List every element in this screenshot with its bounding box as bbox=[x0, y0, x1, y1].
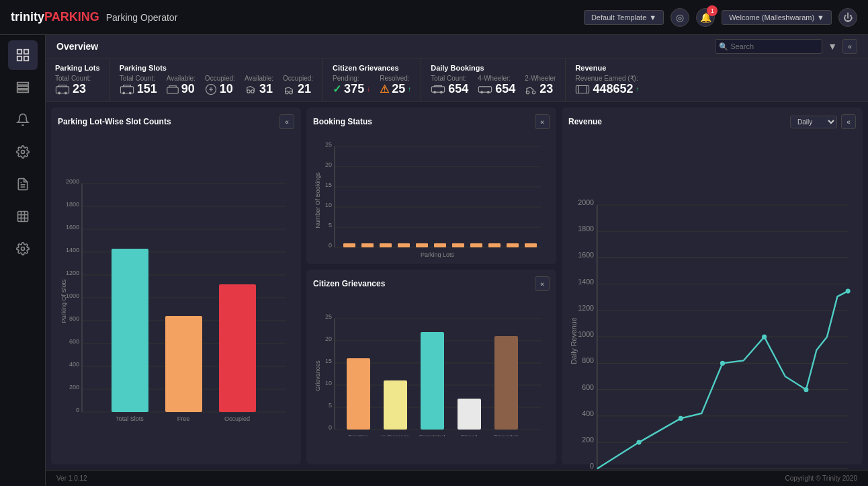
stat-revenue: Revenue Revenue Earned (₹): 448652 ↑ bbox=[566, 58, 648, 102]
svg-rect-1 bbox=[24, 50, 28, 54]
chart-revenue: Revenue Daily Weekly Monthly « 0 bbox=[562, 108, 863, 464]
svg-rect-90 bbox=[416, 243, 428, 247]
svg-rect-66 bbox=[165, 316, 202, 412]
search-wrapper: 🔍 bbox=[715, 39, 822, 54]
svg-text:Total Slots: Total Slots bbox=[116, 415, 144, 422]
svg-rect-3 bbox=[24, 56, 28, 60]
header: trinityPARKING Parking Operator Default … bbox=[0, 0, 868, 35]
chart-booking-status-collapse[interactable]: « bbox=[535, 114, 550, 129]
chevron-down-icon: ▼ bbox=[649, 13, 656, 22]
svg-rect-19 bbox=[120, 86, 133, 93]
svg-point-151 bbox=[846, 289, 851, 294]
svg-text:400: 400 bbox=[69, 361, 79, 368]
sidebar-item-bell[interactable] bbox=[8, 105, 38, 134]
svg-text:1800: 1800 bbox=[578, 225, 594, 233]
status-bar: Ver 1.0.12 Copyright © Trinity 2020 bbox=[46, 470, 868, 486]
svg-text:1200: 1200 bbox=[66, 270, 79, 276]
svg-rect-0 bbox=[17, 50, 21, 54]
chevron-down-icon-2: ▼ bbox=[817, 13, 824, 22]
power-button[interactable]: ⏻ bbox=[838, 8, 857, 27]
sidebar-item-settings[interactable] bbox=[8, 137, 38, 167]
svg-text:20: 20 bbox=[325, 161, 332, 168]
logo-trinity: trinity bbox=[11, 10, 44, 24]
chart-revenue-collapse[interactable]: « bbox=[841, 114, 856, 129]
svg-rect-33 bbox=[479, 86, 492, 91]
sidebar-item-grid[interactable] bbox=[8, 202, 38, 231]
svg-rect-22 bbox=[167, 87, 178, 93]
svg-text:2000: 2000 bbox=[578, 198, 594, 206]
svg-text:20: 20 bbox=[325, 335, 332, 342]
chart-citizen-grievances-body: 0 5 10 15 20 25 bbox=[313, 295, 550, 458]
svg-text:0: 0 bbox=[329, 424, 332, 431]
svg-text:1600: 1600 bbox=[578, 251, 594, 259]
svg-point-37 bbox=[533, 91, 536, 94]
svg-point-150 bbox=[804, 387, 808, 392]
svg-point-146 bbox=[636, 440, 641, 445]
svg-point-147 bbox=[679, 416, 683, 421]
overview-title: Overview bbox=[56, 41, 98, 52]
search-input[interactable] bbox=[715, 39, 822, 54]
svg-rect-116 bbox=[494, 336, 518, 430]
chart-revenue-header: Revenue Daily Weekly Monthly « bbox=[568, 114, 856, 129]
collapse-button[interactable]: « bbox=[842, 39, 857, 54]
svg-text:Completed: Completed bbox=[419, 434, 445, 436]
svg-text:In Progress: In Progress bbox=[382, 434, 409, 436]
svg-rect-65 bbox=[112, 249, 148, 412]
svg-text:800: 800 bbox=[69, 315, 79, 322]
welcome-button[interactable]: Welcome (Malleshwaram) ▼ bbox=[722, 10, 832, 25]
svg-point-28 bbox=[286, 91, 289, 94]
parking-slots-avail-label: Available: bbox=[167, 75, 196, 82]
revenue-period-select[interactable]: Daily Weekly Monthly bbox=[790, 116, 837, 128]
version-label: Ver 1.0.12 bbox=[56, 475, 87, 482]
stats-row: Parking Lots Total Count: 23 Parking Slo… bbox=[46, 58, 868, 102]
svg-point-26 bbox=[247, 89, 251, 93]
svg-text:1400: 1400 bbox=[66, 247, 79, 253]
sidebar-item-reports[interactable] bbox=[8, 169, 38, 199]
stat-daily-bookings: Daily Bookings Total Count: 654 4-Wheele… bbox=[421, 58, 566, 102]
svg-rect-94 bbox=[488, 243, 501, 247]
parking-lots-total-label: Total Count: bbox=[55, 75, 100, 82]
revenue-label: Revenue bbox=[575, 64, 639, 72]
filter-icon[interactable]: ▼ bbox=[828, 41, 837, 52]
svg-rect-5 bbox=[17, 86, 28, 89]
parking-slots-label: Parking Slots bbox=[120, 64, 313, 72]
header-title: Parking Operator bbox=[106, 12, 178, 23]
logo-parking: PARKING bbox=[44, 10, 99, 24]
svg-text:1400: 1400 bbox=[578, 278, 594, 286]
svg-rect-96 bbox=[525, 243, 537, 247]
template-button[interactable]: Default Template ▼ bbox=[584, 10, 664, 25]
svg-point-18 bbox=[64, 92, 67, 94]
chart-booking-status-body: 0 5 10 15 20 25 bbox=[313, 133, 550, 257]
sidebar-item-list[interactable] bbox=[8, 73, 38, 102]
svg-rect-38 bbox=[576, 85, 589, 93]
svg-rect-112 bbox=[347, 358, 370, 430]
overview-bar: Overview 🔍 ▼ « bbox=[46, 35, 868, 58]
svg-text:1600: 1600 bbox=[66, 224, 79, 231]
svg-text:1800: 1800 bbox=[66, 201, 79, 208]
main-wrapper: Overview 🔍 ▼ « Parking Lots Total Count:… bbox=[0, 35, 868, 486]
chart-parking-slots-collapse[interactable]: « bbox=[279, 114, 294, 129]
svg-point-35 bbox=[488, 91, 490, 93]
chart-parking-slots-body: 0 200 400 600 800 1000 1200 1400 1600 18… bbox=[58, 133, 294, 458]
chart-citizen-grievances-title: Citizen Grievances bbox=[313, 279, 385, 288]
sidebar-item-config[interactable] bbox=[8, 234, 38, 264]
search-icon: 🔍 bbox=[719, 42, 728, 51]
notification-badge: 1 bbox=[707, 5, 718, 16]
chart-booking-status-title: Booking Status bbox=[313, 117, 372, 126]
chart-mid-col: Booking Status « 0 5 10 15 20 25 bbox=[306, 108, 556, 464]
sidebar-item-dashboard[interactable] bbox=[8, 40, 38, 70]
svg-rect-10 bbox=[17, 212, 28, 222]
chart-parking-slots-header: Parking Lot-Wise Slot Counts « bbox=[58, 114, 294, 129]
chart-booking-status: Booking Status « 0 5 10 15 20 25 bbox=[306, 108, 556, 264]
svg-point-15 bbox=[21, 247, 24, 251]
chart-parking-slots-title: Parking Lot-Wise Slot Counts bbox=[58, 117, 171, 126]
svg-text:1000: 1000 bbox=[66, 292, 79, 299]
chart-citizen-grievances-collapse[interactable]: « bbox=[535, 276, 550, 291]
svg-rect-93 bbox=[470, 243, 482, 247]
location-icon-btn[interactable]: ◎ bbox=[670, 8, 689, 27]
svg-rect-115 bbox=[458, 399, 481, 430]
svg-text:200: 200 bbox=[69, 384, 79, 391]
svg-text:0: 0 bbox=[76, 407, 79, 413]
chart-booking-status-header: Booking Status « bbox=[313, 114, 550, 129]
header-right: Default Template ▼ ◎ 🔔 1 Welcome (Malles… bbox=[584, 8, 857, 27]
